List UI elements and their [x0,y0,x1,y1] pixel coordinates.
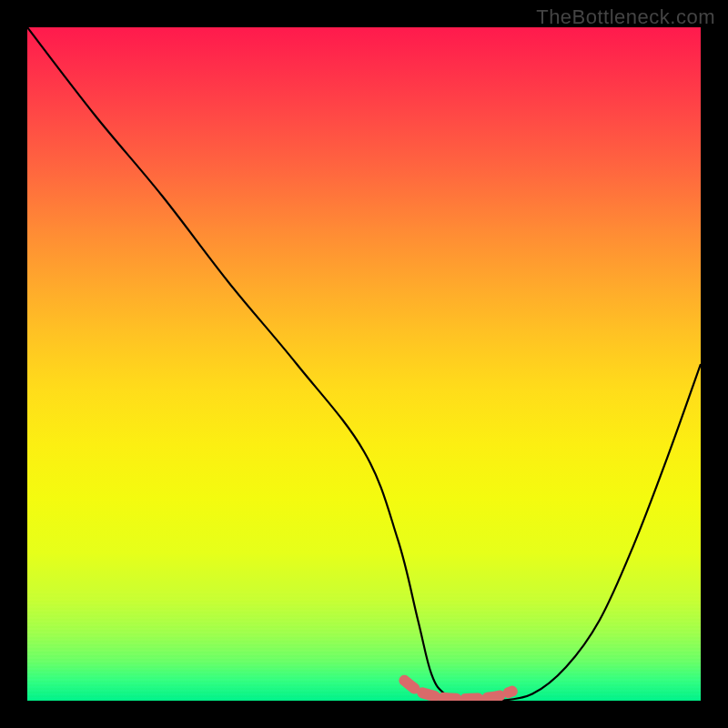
chart-frame: TheBottleneck.com [0,0,728,728]
curve-svg [27,27,701,701]
plot-area [27,27,701,701]
watermark-text: TheBottleneck.com [536,5,715,29]
bottom-highlight-path [404,681,511,699]
bottleneck-curve-path [27,27,701,701]
